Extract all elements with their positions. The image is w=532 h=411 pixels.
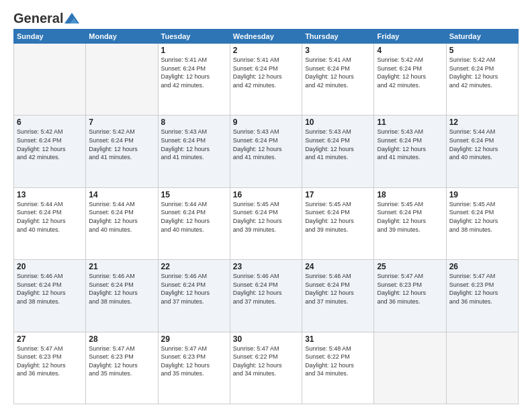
day-number: 21 [89,262,154,271]
calendar-cell: 20Sunrise: 5:46 AM Sunset: 6:24 PM Dayli… [14,260,86,332]
day-number: 17 [305,190,371,199]
day-number: 29 [161,334,227,344]
day-detail: Sunrise: 5:43 AM Sunset: 6:24 PM Dayligh… [305,128,371,161]
day-detail: Sunrise: 5:47 AM Sunset: 6:23 PM Dayligh… [89,345,154,378]
calendar-cell: 6Sunrise: 5:42 AM Sunset: 6:24 PM Daylig… [14,116,86,187]
calendar-cell: 3Sunrise: 5:41 AM Sunset: 6:24 PM Daylig… [302,44,374,116]
weekday-header: Monday [86,30,158,44]
day-number: 4 [377,46,443,55]
day-detail: Sunrise: 5:45 AM Sunset: 6:24 PM Dayligh… [377,200,443,234]
calendar-cell: 16Sunrise: 5:45 AM Sunset: 6:24 PM Dayli… [230,187,302,259]
calendar-cell: 5Sunrise: 5:42 AM Sunset: 6:24 PM Daylig… [446,44,518,116]
day-detail: Sunrise: 5:42 AM Sunset: 6:24 PM Dayligh… [17,128,83,161]
calendar-cell: 27Sunrise: 5:47 AM Sunset: 6:23 PM Dayli… [14,332,86,404]
day-number: 8 [161,118,227,127]
day-number: 16 [233,190,299,199]
day-number: 14 [89,190,154,199]
calendar-week-row: 1Sunrise: 5:41 AM Sunset: 6:24 PM Daylig… [14,44,519,116]
day-number: 6 [17,118,83,127]
calendar-cell: 11Sunrise: 5:43 AM Sunset: 6:24 PM Dayli… [374,116,446,187]
calendar-table: SundayMondayTuesdayWednesdayThursdayFrid… [13,29,519,404]
day-detail: Sunrise: 5:47 AM Sunset: 6:23 PM Dayligh… [17,345,83,378]
calendar-cell: 19Sunrise: 5:45 AM Sunset: 6:24 PM Dayli… [446,187,518,259]
day-detail: Sunrise: 5:48 AM Sunset: 6:22 PM Dayligh… [305,345,371,378]
calendar-cell: 8Sunrise: 5:43 AM Sunset: 6:24 PM Daylig… [158,116,230,187]
day-number: 26 [449,262,515,271]
calendar-cell: 2Sunrise: 5:41 AM Sunset: 6:24 PM Daylig… [230,44,302,116]
calendar-week-row: 13Sunrise: 5:44 AM Sunset: 6:24 PM Dayli… [14,187,519,259]
calendar-cell [374,332,446,404]
day-detail: Sunrise: 5:43 AM Sunset: 6:24 PM Dayligh… [233,128,299,161]
day-number: 3 [305,46,371,55]
weekday-header: Wednesday [230,30,302,44]
weekday-header: Tuesday [158,30,230,44]
calendar-cell: 24Sunrise: 5:46 AM Sunset: 6:24 PM Dayli… [302,260,374,332]
calendar-cell: 4Sunrise: 5:42 AM Sunset: 6:24 PM Daylig… [374,44,446,116]
calendar-cell [446,332,518,404]
day-number: 5 [449,46,515,55]
calendar-cell: 10Sunrise: 5:43 AM Sunset: 6:24 PM Dayli… [302,116,374,187]
calendar-cell: 31Sunrise: 5:48 AM Sunset: 6:22 PM Dayli… [302,332,374,404]
calendar-cell: 30Sunrise: 5:47 AM Sunset: 6:22 PM Dayli… [230,332,302,404]
day-number: 11 [377,118,443,127]
calendar-cell: 21Sunrise: 5:46 AM Sunset: 6:24 PM Dayli… [86,260,158,332]
day-detail: Sunrise: 5:47 AM Sunset: 6:23 PM Dayligh… [161,345,227,378]
day-detail: Sunrise: 5:42 AM Sunset: 6:24 PM Dayligh… [377,56,443,89]
day-detail: Sunrise: 5:46 AM Sunset: 6:24 PM Dayligh… [89,272,154,306]
day-number: 2 [233,46,299,55]
calendar-cell: 23Sunrise: 5:46 AM Sunset: 6:24 PM Dayli… [230,260,302,332]
logo-icon [64,13,79,24]
calendar-cell: 25Sunrise: 5:47 AM Sunset: 6:23 PM Dayli… [374,260,446,332]
calendar-cell: 12Sunrise: 5:44 AM Sunset: 6:24 PM Dayli… [446,116,518,187]
day-detail: Sunrise: 5:42 AM Sunset: 6:24 PM Dayligh… [89,128,154,161]
calendar-week-row: 6Sunrise: 5:42 AM Sunset: 6:24 PM Daylig… [14,116,519,187]
day-number: 9 [233,118,299,127]
weekday-header: Saturday [446,30,518,44]
weekday-header: Thursday [302,30,374,44]
header: General [13,11,519,24]
calendar-cell: 18Sunrise: 5:45 AM Sunset: 6:24 PM Dayli… [374,187,446,259]
day-detail: Sunrise: 5:44 AM Sunset: 6:24 PM Dayligh… [89,200,154,234]
calendar-cell: 7Sunrise: 5:42 AM Sunset: 6:24 PM Daylig… [86,116,158,187]
calendar-cell [14,44,86,116]
day-number: 12 [449,118,515,127]
day-number: 31 [305,334,371,344]
calendar-cell: 28Sunrise: 5:47 AM Sunset: 6:23 PM Dayli… [86,332,158,404]
day-detail: Sunrise: 5:45 AM Sunset: 6:24 PM Dayligh… [305,200,371,234]
day-number: 19 [449,190,515,199]
day-detail: Sunrise: 5:47 AM Sunset: 6:23 PM Dayligh… [377,272,443,306]
calendar-cell: 14Sunrise: 5:44 AM Sunset: 6:24 PM Dayli… [86,187,158,259]
day-number: 24 [305,262,371,271]
day-detail: Sunrise: 5:46 AM Sunset: 6:24 PM Dayligh… [233,272,299,306]
calendar-cell [86,44,158,116]
day-number: 7 [89,118,154,127]
day-detail: Sunrise: 5:42 AM Sunset: 6:24 PM Dayligh… [449,56,515,89]
calendar-cell: 1Sunrise: 5:41 AM Sunset: 6:24 PM Daylig… [158,44,230,116]
day-number: 18 [377,190,443,199]
day-detail: Sunrise: 5:46 AM Sunset: 6:24 PM Dayligh… [17,272,83,306]
day-detail: Sunrise: 5:46 AM Sunset: 6:24 PM Dayligh… [161,272,227,306]
day-detail: Sunrise: 5:47 AM Sunset: 6:22 PM Dayligh… [233,345,299,378]
day-number: 13 [17,190,83,199]
calendar-cell: 22Sunrise: 5:46 AM Sunset: 6:24 PM Dayli… [158,260,230,332]
calendar-cell: 17Sunrise: 5:45 AM Sunset: 6:24 PM Dayli… [302,187,374,259]
day-number: 30 [233,334,299,344]
day-number: 1 [161,46,227,55]
day-detail: Sunrise: 5:44 AM Sunset: 6:24 PM Dayligh… [17,200,83,234]
day-detail: Sunrise: 5:46 AM Sunset: 6:24 PM Dayligh… [305,272,371,306]
day-number: 10 [305,118,371,127]
day-detail: Sunrise: 5:43 AM Sunset: 6:24 PM Dayligh… [161,128,227,161]
calendar-cell: 26Sunrise: 5:47 AM Sunset: 6:23 PM Dayli… [446,260,518,332]
calendar-week-row: 27Sunrise: 5:47 AM Sunset: 6:23 PM Dayli… [14,332,519,404]
day-detail: Sunrise: 5:44 AM Sunset: 6:24 PM Dayligh… [161,200,227,234]
calendar-cell: 29Sunrise: 5:47 AM Sunset: 6:23 PM Dayli… [158,332,230,404]
day-detail: Sunrise: 5:45 AM Sunset: 6:24 PM Dayligh… [233,200,299,234]
day-number: 23 [233,262,299,271]
day-detail: Sunrise: 5:41 AM Sunset: 6:24 PM Dayligh… [305,56,371,89]
calendar-cell: 9Sunrise: 5:43 AM Sunset: 6:24 PM Daylig… [230,116,302,187]
logo: General [13,11,79,24]
day-number: 15 [161,190,227,199]
day-detail: Sunrise: 5:43 AM Sunset: 6:24 PM Dayligh… [377,128,443,161]
day-detail: Sunrise: 5:41 AM Sunset: 6:24 PM Dayligh… [161,56,227,89]
weekday-header: Sunday [14,30,86,44]
